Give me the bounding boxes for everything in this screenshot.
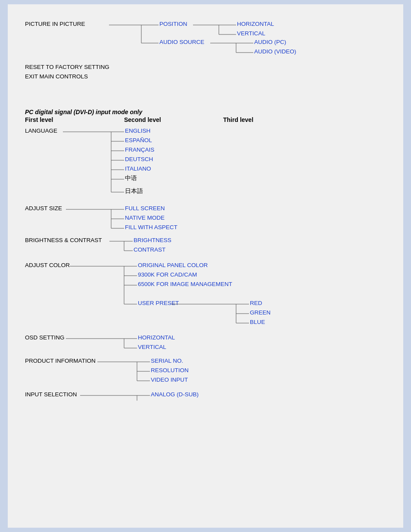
serial-no-label: SERIAL NO. xyxy=(151,358,183,364)
deutsch-label: DEUTSCH xyxy=(125,156,153,162)
chinese-label: 中语 xyxy=(125,175,137,181)
product-info-label: PRODUCT INFORMATION xyxy=(25,358,96,364)
input-selection-label: INPUT SELECTION xyxy=(25,391,77,398)
vertical-label: VERTICAL xyxy=(237,30,265,37)
brightness-contrast-label: BRIGHTNESS & CONTRAST xyxy=(25,237,102,243)
adjust-color-label: ADJUST COLOR xyxy=(25,262,70,268)
video-input-label: VIDEO INPUT xyxy=(151,376,188,383)
col-header-second: Second level xyxy=(124,116,223,123)
adjust-size-label: ADJUST SIZE xyxy=(25,205,62,212)
green-label: GREEN xyxy=(250,309,271,316)
red-label: RED xyxy=(250,300,262,306)
image-mgmt-label: 6500K FOR IMAGE MANAGEMENT xyxy=(138,281,232,287)
reset-label: RESET TO FACTORY SETTING xyxy=(25,64,109,70)
col-header-first: First level xyxy=(25,116,124,123)
section1: PICTURE IN PICTURE POSITION HORIZONTAL V… xyxy=(25,16,390,85)
position-label: POSITION xyxy=(159,21,187,27)
resolution-label: RESOLUTION xyxy=(151,367,189,373)
cad-cam-label: 9300K FOR CAD/CAM xyxy=(138,271,197,278)
full-screen-label: FULL SCREEN xyxy=(125,205,165,212)
audio-video-label: AUDIO (VIDEO) xyxy=(254,48,296,55)
col-header-third: Third level xyxy=(223,116,253,123)
section2-svg: LANGUAGE ENGLISH ESPAÑOL FRANÇAIS DEUTSC… xyxy=(25,125,400,401)
audio-source-label: AUDIO SOURCE xyxy=(159,39,204,45)
blue-label: BLUE xyxy=(250,319,265,325)
italiano-label: ITALIANO xyxy=(125,165,151,172)
espanol-label: ESPAÑOL xyxy=(125,137,152,143)
francais-label: FRANÇAIS xyxy=(125,146,154,153)
brightness-label: BRIGHTNESS xyxy=(134,237,171,243)
pip-label: PICTURE IN PICTURE xyxy=(25,21,85,27)
intro-label: PC digital signal (DVI-D) input mode onl… xyxy=(25,109,390,115)
contrast-label: CONTRAST xyxy=(134,246,165,253)
horizontal-label: HORIZONTAL xyxy=(237,21,274,27)
japanese-label: 日本語 xyxy=(125,188,143,194)
section1-svg: PICTURE IN PICTURE POSITION HORIZONTAL V… xyxy=(25,16,335,83)
page-container: PICTURE IN PICTURE POSITION HORIZONTAL V… xyxy=(8,4,403,528)
original-panel-label: ORIGINAL PANEL COLOR xyxy=(138,262,208,268)
osd-horizontal-label: HORIZONTAL xyxy=(138,334,175,341)
section2: PC digital signal (DVI-D) input mode onl… xyxy=(25,109,390,402)
user-preset-label: USER PRESET xyxy=(138,300,179,306)
analog-dsub-label: ANALOG (D-SUB) xyxy=(151,391,199,398)
exit-label: EXIT MAIN CONTROLS xyxy=(25,73,88,80)
fill-aspect-label: FILL WITH ASPECT xyxy=(125,224,177,230)
language-label: LANGUAGE xyxy=(25,128,57,134)
osd-vertical-label: VERTICAL xyxy=(138,344,166,350)
osd-setting-label: OSD SETTING xyxy=(25,334,65,341)
english-label: ENGLISH xyxy=(125,128,150,134)
audio-pc-label: AUDIO (PC) xyxy=(254,39,286,45)
native-mode-label: NATIVE MODE xyxy=(125,215,165,221)
